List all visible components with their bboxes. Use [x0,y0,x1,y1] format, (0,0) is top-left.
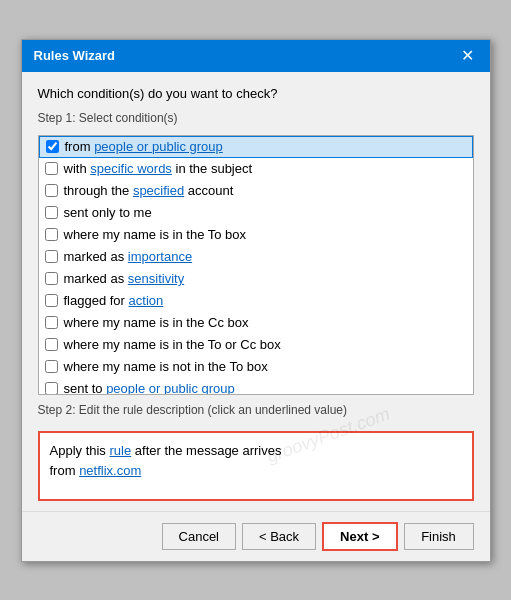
cancel-button[interactable]: Cancel [162,523,236,550]
condition-item-3[interactable]: sent only to me [39,202,473,224]
condition-text-2: through the specified account [64,183,467,198]
step1-label: Step 1: Select condition(s) [38,111,474,125]
condition-text-0: from people or public group [65,139,466,154]
step2-line1-apply: Apply this [50,443,110,458]
condition-checkbox-4[interactable] [45,228,58,241]
title-bar: Rules Wizard ✕ [22,40,490,72]
condition-text-3: sent only to me [64,205,467,220]
dialog-body: Which condition(s) do you want to check?… [22,72,490,511]
condition-link-11[interactable]: people or public group [106,381,235,395]
condition-link-6[interactable]: sensitivity [128,271,184,286]
step2-content: Apply this rule after the message arrive… [50,441,462,483]
conditions-list[interactable]: from people or public group with specifi… [38,135,474,395]
condition-checkbox-6[interactable] [45,272,58,285]
condition-item-1[interactable]: with specific words in the subject [39,158,473,180]
condition-link-5[interactable]: importance [128,249,192,264]
condition-link-1[interactable]: specific words [90,161,172,176]
condition-text-9: where my name is in the To or Cc box [64,337,467,352]
condition-item-9[interactable]: where my name is in the To or Cc box [39,334,473,356]
condition-checkbox-5[interactable] [45,250,58,263]
condition-checkbox-3[interactable] [45,206,58,219]
back-button[interactable]: < Back [242,523,316,550]
condition-link-2[interactable]: specified [133,183,184,198]
condition-text-5: marked as importance [64,249,467,264]
step2-box: Apply this rule after the message arrive… [38,431,474,501]
condition-checkbox-1[interactable] [45,162,58,175]
condition-item-8[interactable]: where my name is in the Cc box [39,312,473,334]
condition-checkbox-7[interactable] [45,294,58,307]
condition-checkbox-8[interactable] [45,316,58,329]
condition-checkbox-10[interactable] [45,360,58,373]
condition-checkbox-2[interactable] [45,184,58,197]
condition-item-5[interactable]: marked as importance [39,246,473,268]
next-button[interactable]: Next > [322,522,397,551]
condition-item-6[interactable]: marked as sensitivity [39,268,473,290]
condition-link-7[interactable]: action [129,293,164,308]
condition-text-7: flagged for action [64,293,467,308]
condition-text-6: marked as sensitivity [64,271,467,286]
condition-item-4[interactable]: where my name is in the To box [39,224,473,246]
rule-link[interactable]: rule [109,443,131,458]
condition-item-0[interactable]: from people or public group [39,136,473,158]
question-text: Which condition(s) do you want to check? [38,86,474,101]
close-button[interactable]: ✕ [457,48,478,64]
condition-link-0[interactable]: people or public group [94,139,223,154]
dialog-footer: Cancel < Back Next > Finish [22,511,490,561]
condition-text-10: where my name is not in the To box [64,359,467,374]
step2-line1-after: after the message arrives [131,443,281,458]
condition-text-11: sent to people or public group [64,381,467,395]
rules-wizard-dialog: Rules Wizard ✕ Which condition(s) do you… [21,39,491,562]
step2-line2-from: from [50,463,80,478]
dialog-title: Rules Wizard [34,48,116,63]
condition-checkbox-9[interactable] [45,338,58,351]
condition-checkbox-11[interactable] [45,382,58,395]
condition-item-7[interactable]: flagged for action [39,290,473,312]
condition-checkbox-0[interactable] [46,140,59,153]
condition-text-4: where my name is in the To box [64,227,467,242]
condition-text-8: where my name is in the Cc box [64,315,467,330]
condition-item-10[interactable]: where my name is not in the To box [39,356,473,378]
condition-item-2[interactable]: through the specified account [39,180,473,202]
email-link[interactable]: netflix.com [79,463,141,478]
condition-item-11[interactable]: sent to people or public group [39,378,473,395]
conditions-container: from people or public group with specifi… [38,135,474,395]
condition-text-1: with specific words in the subject [64,161,467,176]
finish-button[interactable]: Finish [404,523,474,550]
step2-label: Step 2: Edit the rule description (click… [38,403,474,417]
